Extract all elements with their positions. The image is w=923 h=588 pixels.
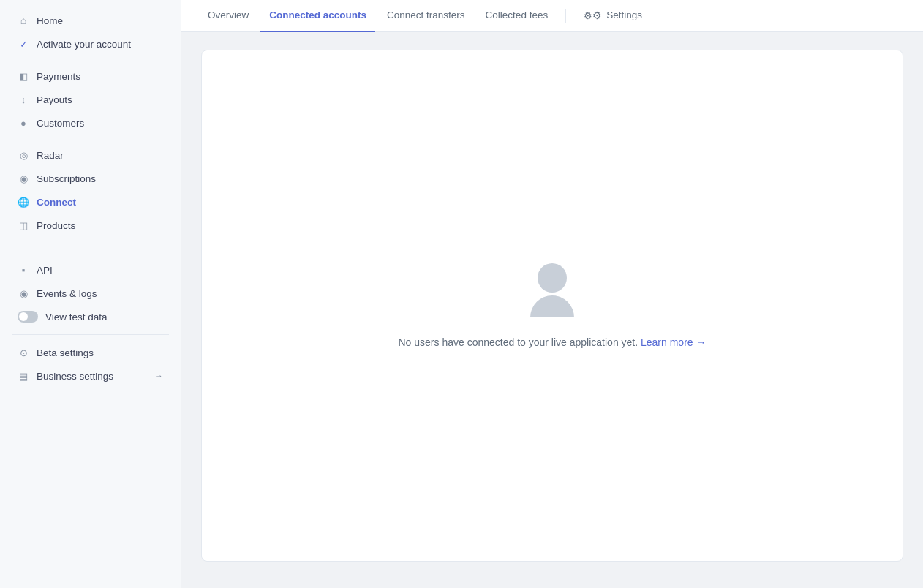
payments-icon xyxy=(18,70,29,82)
sidebar-item-connect[interactable]: Connect xyxy=(6,191,175,213)
subscriptions-icon xyxy=(18,173,29,184)
avatar-placeholder xyxy=(526,263,579,322)
business-icon xyxy=(18,370,29,382)
nav-connected-accounts[interactable]: Connected accounts xyxy=(260,0,375,32)
sidebar-item-label: Payouts xyxy=(37,94,72,105)
sidebar-item-home[interactable]: Home xyxy=(6,10,175,31)
connect-icon xyxy=(18,196,29,208)
sidebar-item-payouts[interactable]: Payouts xyxy=(6,88,175,110)
sidebar: Home Activate your account Payments Payo… xyxy=(0,0,181,588)
content-card: No users have connected to your live app… xyxy=(201,50,903,562)
nav-divider xyxy=(565,9,566,23)
home-icon xyxy=(18,15,29,26)
main-area: Overview Connected accounts Connect tran… xyxy=(181,0,923,588)
products-icon xyxy=(18,219,29,231)
sidebar-item-label: Activate your account xyxy=(37,39,131,50)
beta-icon xyxy=(18,347,29,358)
sidebar-item-radar[interactable]: Radar xyxy=(6,144,175,166)
top-nav: Overview Connected accounts Connect tran… xyxy=(181,0,923,32)
empty-state: No users have connected to your live app… xyxy=(383,219,720,392)
sidebar-item-business[interactable]: Business settings → xyxy=(6,365,175,387)
nav-settings[interactable]: ⚙ Settings xyxy=(575,0,651,32)
nav-collected-fees[interactable]: Collected fees xyxy=(477,0,557,32)
avatar-head xyxy=(538,263,567,293)
sidebar-item-beta[interactable]: Beta settings xyxy=(6,342,175,363)
nav-connect-transfers[interactable]: Connect transfers xyxy=(378,0,474,32)
sidebar-item-label: Beta settings xyxy=(37,347,94,358)
sidebar-item-label: Payments xyxy=(37,71,80,82)
customers-icon xyxy=(18,117,29,129)
radar-icon xyxy=(18,149,29,161)
sidebar-item-label: View test data xyxy=(45,312,108,323)
sidebar-item-label: Connect xyxy=(37,197,76,208)
sidebar-item-label: Events & logs xyxy=(37,288,97,299)
sidebar-divider-2 xyxy=(12,334,169,335)
sidebar-item-customers[interactable]: Customers xyxy=(6,112,175,134)
toggle-icon[interactable] xyxy=(18,311,38,323)
sidebar-item-label: Business settings xyxy=(37,371,113,382)
sidebar-item-label: Home xyxy=(37,15,63,26)
check-icon xyxy=(18,38,29,50)
sidebar-item-products[interactable]: Products xyxy=(6,214,175,236)
events-icon xyxy=(18,287,29,299)
sidebar-item-label: Products xyxy=(37,220,75,231)
sidebar-item-events[interactable]: Events & logs xyxy=(6,282,175,304)
payouts-icon xyxy=(18,94,29,105)
sidebar-item-payments[interactable]: Payments xyxy=(6,65,175,87)
arrow-icon: → xyxy=(154,371,163,381)
sidebar-item-label: Subscriptions xyxy=(37,173,96,184)
sidebar-item-subscriptions[interactable]: Subscriptions xyxy=(6,167,175,189)
sidebar-item-label: Customers xyxy=(37,118,84,129)
gear-icon: ⚙ xyxy=(584,10,602,21)
sidebar-item-view-test[interactable]: View test data xyxy=(6,306,175,328)
content-area: No users have connected to your live app… xyxy=(181,32,923,588)
empty-state-text: No users have connected to your live app… xyxy=(398,336,706,348)
sidebar-item-label: Radar xyxy=(37,150,64,161)
api-icon xyxy=(18,264,29,276)
avatar-body xyxy=(530,295,574,317)
learn-more-link[interactable]: Learn more → xyxy=(641,336,706,348)
sidebar-item-label: API xyxy=(37,265,53,276)
sidebar-item-activate[interactable]: Activate your account xyxy=(6,33,175,55)
sidebar-item-api[interactable]: API xyxy=(6,259,175,281)
nav-overview[interactable]: Overview xyxy=(199,0,257,32)
sidebar-divider xyxy=(12,252,169,252)
